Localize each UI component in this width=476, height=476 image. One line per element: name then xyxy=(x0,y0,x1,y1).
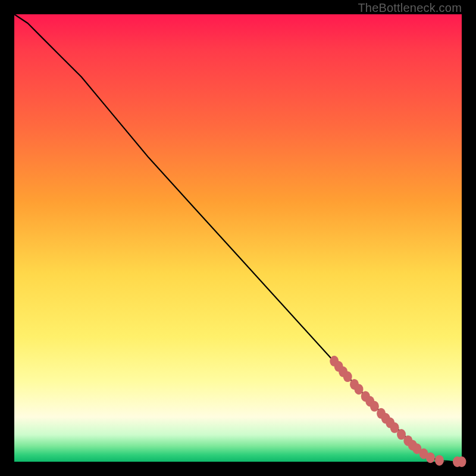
bottleneck-curve xyxy=(14,14,462,462)
curve-marker xyxy=(435,455,444,466)
curve-marker xyxy=(370,401,379,412)
curve-marker xyxy=(343,371,352,382)
plot-area xyxy=(14,14,462,462)
curve-marker xyxy=(426,452,435,463)
chart-overlay xyxy=(14,14,462,462)
curve-marker xyxy=(355,384,364,394)
curve-marker xyxy=(458,456,466,467)
chart-stage: TheBottleneck.com xyxy=(0,0,476,476)
curve-markers xyxy=(330,356,466,467)
attribution-text: TheBottleneck.com xyxy=(358,1,462,15)
